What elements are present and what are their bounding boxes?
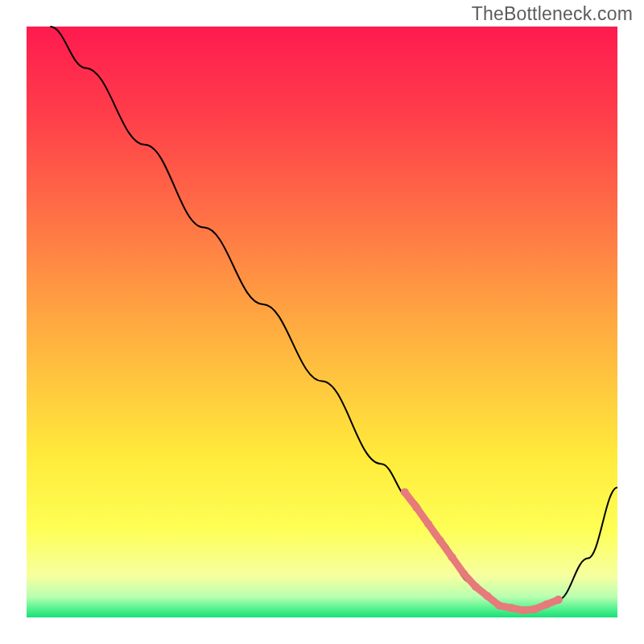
highlight-dot	[401, 488, 409, 496]
plot-background	[27, 27, 617, 617]
highlight-dot	[484, 592, 492, 601]
highlight-dot	[472, 583, 480, 591]
highlight-dot	[543, 601, 551, 609]
chart-svg	[0, 0, 644, 644]
highlight-dot	[555, 596, 563, 604]
bottleneck-chart: TheBottleneck.com	[0, 0, 644, 644]
highlight-dot	[519, 606, 527, 614]
highlight-dot	[448, 553, 456, 561]
highlight-dot	[412, 503, 420, 511]
watermark-text: TheBottleneck.com	[472, 3, 633, 25]
highlight-dot	[460, 570, 468, 578]
highlight-dot	[424, 520, 432, 528]
highlight-dot	[436, 537, 444, 545]
highlight-dot	[495, 601, 503, 609]
highlight-dot	[530, 605, 539, 613]
highlight-dot	[507, 604, 515, 612]
